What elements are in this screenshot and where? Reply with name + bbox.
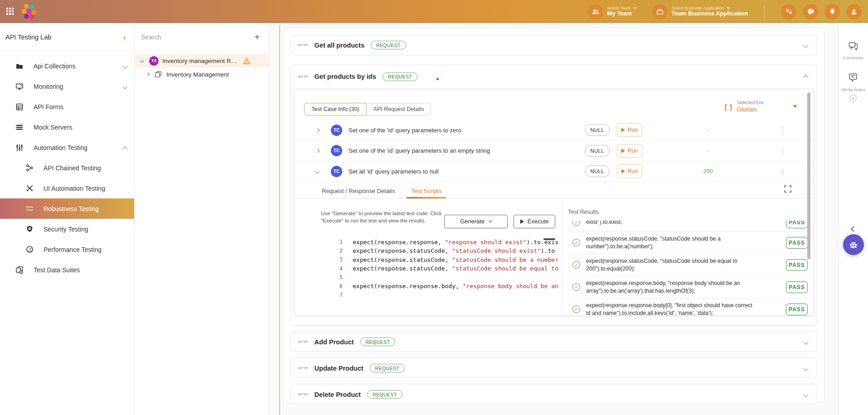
sidebar-item-api-forms[interactable]: API Forms (0, 97, 134, 117)
request-card-header[interactable]: HTTP Get all products REQUEST (291, 35, 817, 55)
sidebar-item-label: UI Automation Testing (44, 185, 105, 192)
run-button[interactable]: Run (617, 123, 642, 137)
tab-test-case-info[interactable]: Test Case Info (30) (304, 103, 367, 116)
test-case-badge: TC (331, 125, 342, 136)
test-result-row: ✓ expect(response.response.body[0], "fir… (568, 299, 810, 316)
chevron-icon[interactable] (315, 169, 320, 174)
test-result-row: ✓ exist").to.exist; PASS (568, 221, 810, 232)
request-card-add-product: HTTP Add Product REQUEST (291, 331, 817, 352)
notifications-button[interactable] (824, 4, 840, 19)
request-card-header[interactable]: HTTP Update Product REQUEST (291, 358, 817, 378)
tab-request-response-details[interactable]: Request / Response Details (321, 188, 396, 198)
chevron-down-icon (141, 59, 144, 63)
sidebar-item-ui-automation-testing[interactable]: UI Automation Testing (0, 178, 134, 198)
chevron-down-icon[interactable] (803, 43, 808, 48)
chevron-down-icon[interactable] (803, 366, 808, 371)
debug-assistant-fab[interactable] (843, 234, 864, 255)
account-button[interactable] (846, 4, 862, 19)
sidebar-item-api-chained-testing[interactable]: API Chained Testing (0, 158, 134, 178)
check-circle-icon: ✓ (572, 261, 580, 269)
code-line: 5 (321, 273, 562, 282)
palette-icon (806, 7, 815, 16)
language-button[interactable] (781, 4, 796, 19)
test-case-row[interactable]: TC Set one of the 'id' query parameters … (294, 120, 814, 141)
chevron-right-icon (146, 72, 150, 76)
comments-button[interactable]: Comments (843, 40, 864, 60)
sidebar-item-monitoring[interactable]: Monitoring (0, 76, 134, 97)
chevron-down-icon[interactable] (803, 392, 808, 397)
null-pill: NULL (585, 124, 610, 136)
code-editor[interactable]: 1 expect(response.response, "response sh… (321, 238, 562, 297)
chevron-icon[interactable] (315, 149, 320, 153)
sidebar-item-mock-servers[interactable]: Mock Servers (0, 117, 134, 137)
sidebar-collapse-button[interactable]: ‹ (123, 33, 126, 41)
business-app-selector[interactable]: Select Business Application Team Busines… (652, 4, 748, 19)
tab-api-request-details[interactable]: API Request Details (365, 103, 432, 116)
comments-icon (848, 40, 859, 51)
user-icon (849, 7, 858, 16)
environment-selector[interactable]: [ ] Selected Env Globals (725, 100, 797, 113)
code-line: 4 expect(response.statusCode, "statusCod… (321, 264, 562, 273)
tree-item-test-suite[interactable]: TS Inventory management Ro... (135, 54, 269, 68)
more-tools-button[interactable] (850, 95, 857, 101)
test-case-row[interactable]: TC Set all 'id' query parameters to null… (294, 161, 814, 182)
form-icon (15, 103, 24, 111)
sidebar-item-automation-testing[interactable]: Automation Testing (0, 137, 134, 158)
request-name: Get products by ids (315, 73, 376, 80)
assertion-text: expect(response.statusCode, "statusCode … (586, 257, 753, 273)
request-card-header[interactable]: HTTP Get products by ids REQUEST (291, 65, 817, 88)
line-number: 6 (321, 283, 343, 290)
test-case-row[interactable]: TC Set one of the 'id' query parameters … (294, 141, 814, 162)
theme-button[interactable] (803, 4, 818, 19)
request-group-container: HTTP Get all products REQUEST HTTP Get p… (283, 28, 824, 403)
chevron-icon[interactable] (315, 128, 320, 132)
assertion-text: expect(response.statusCode, "statusCode … (586, 235, 753, 251)
run-button[interactable]: Run (617, 164, 642, 178)
sidebar-item-robustness-testing[interactable]: Robustness Testing (0, 198, 134, 219)
test-result-row: ✓ expect(response.response.body, "respon… (568, 276, 810, 299)
status-code: - (642, 148, 774, 154)
check-circle-icon: ✓ (572, 239, 580, 246)
sidebar-item-security-testing[interactable]: Security Testing (0, 219, 134, 239)
tab-test-scripts[interactable]: Test Scripts (407, 188, 446, 198)
test-case-badge: TC (331, 145, 342, 156)
sidebar-item-test-data-suites[interactable]: Test Data Suites (0, 260, 134, 280)
sidebar-item-label: Security Testing (44, 226, 88, 233)
status-code: - (642, 127, 774, 133)
request-card-header[interactable]: HTTP Add Product REQUEST (291, 332, 817, 352)
shield-icon (25, 225, 34, 233)
code-line: 7 (321, 291, 562, 297)
team-selector[interactable]: Select Team My Team (588, 4, 637, 19)
sidebar-item-api-collections[interactable]: Api Collections (0, 56, 134, 76)
search-input[interactable] (141, 34, 232, 41)
sticky-notes-button[interactable]: Sticky Notes (841, 72, 865, 101)
generate-button[interactable]: Generate (444, 215, 508, 228)
http-method-tag: HTTP (298, 75, 308, 79)
run-button[interactable]: Run (617, 144, 642, 158)
http-method-tag: HTTP (298, 43, 308, 47)
test-case-title: Set all 'id' query parameters to null (349, 168, 439, 175)
app-launcher-icon[interactable] (6, 8, 15, 16)
chevron-down-icon (489, 219, 492, 222)
add-button[interactable]: + (254, 33, 260, 42)
panel-scrollbar-thumb[interactable] (807, 92, 810, 259)
pass-badge: PASS (786, 259, 808, 271)
warning-icon (243, 58, 251, 64)
execute-button[interactable]: Execute (514, 215, 555, 228)
checklist-icon (25, 205, 34, 213)
fullscreen-icon[interactable] (783, 184, 793, 194)
kebab-menu-icon[interactable]: ⋮ (774, 126, 792, 134)
editor-scrollbar-thumb[interactable] (543, 238, 555, 240)
sidebar-item-performance-testing[interactable]: Performance Testing (0, 239, 134, 260)
collapse-left-chevron-icon[interactable] (851, 226, 857, 232)
request-name: Update Product (315, 365, 364, 372)
tree-item-folder[interactable]: Inventory Management (135, 68, 269, 81)
kebab-menu-icon[interactable]: ⋮ (774, 147, 792, 155)
kebab-menu-icon[interactable]: ⋮ (774, 167, 792, 175)
request-card-header[interactable]: HTTP Delete Product REQUEST (291, 384, 817, 405)
assertion-text: expect(response.response.body[0], "first… (586, 302, 753, 316)
http-method-tag: HTTP (298, 392, 308, 396)
chevron-down-icon[interactable] (803, 339, 808, 344)
chevron-up-icon[interactable] (803, 75, 808, 80)
env-value: Globals (737, 106, 764, 113)
